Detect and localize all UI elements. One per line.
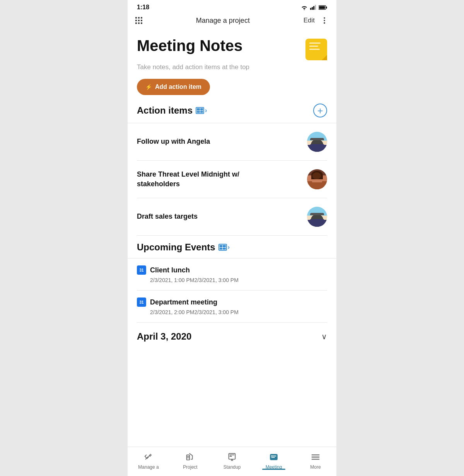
add-action-item-button[interactable]: ⚡ Add action item bbox=[137, 79, 210, 95]
avatar bbox=[307, 132, 327, 152]
lightning-icon: ⚡ bbox=[145, 84, 152, 90]
svg-rect-15 bbox=[271, 455, 273, 457]
action-items-chevron: › bbox=[205, 107, 207, 114]
status-bar: 1:18 bbox=[128, 0, 336, 13]
event-item[interactable]: 31 Client lunch 2/3/2021, 1:00 PM2/3/202… bbox=[137, 258, 327, 291]
page-title: Meeting Notes bbox=[137, 37, 242, 54]
project-icon bbox=[185, 452, 196, 462]
nav-label-standup: Standup bbox=[223, 464, 241, 470]
svg-point-10 bbox=[324, 22, 325, 24]
event-title-row: 31 Department meeting bbox=[137, 298, 327, 307]
top-bar-title: Manage a project bbox=[196, 17, 250, 25]
nav-item-more[interactable]: More bbox=[295, 452, 336, 470]
upcoming-events-section: Upcoming Events › bbox=[137, 242, 327, 323]
wifi-icon bbox=[301, 5, 308, 10]
page-subtitle: Take notes, add action items at the top bbox=[137, 63, 327, 71]
note-icon bbox=[305, 39, 327, 60]
wrench-ruler-icon bbox=[143, 452, 154, 462]
section-title-row: Action items › bbox=[137, 105, 207, 116]
upcoming-grid-icon[interactable]: › bbox=[218, 244, 230, 251]
date-section[interactable]: April 3, 2020 ∨ bbox=[137, 323, 327, 348]
upcoming-events-title: Upcoming Events bbox=[137, 242, 215, 253]
upcoming-events-header: Upcoming Events › bbox=[137, 242, 327, 258]
top-bar-actions: Edit bbox=[304, 16, 329, 25]
add-action-circle-button[interactable]: ＋ bbox=[313, 104, 327, 117]
svg-rect-6 bbox=[326, 6, 327, 8]
nav-label-more: More bbox=[310, 464, 321, 470]
svg-point-8 bbox=[324, 17, 325, 19]
svg-rect-1 bbox=[310, 8, 311, 10]
avatar bbox=[307, 169, 327, 189]
upcoming-chevron: › bbox=[228, 244, 230, 251]
svg-rect-13 bbox=[230, 456, 231, 457]
grid-icon[interactable] bbox=[135, 17, 142, 24]
battery-icon bbox=[319, 5, 327, 10]
meeting-icon bbox=[268, 452, 279, 462]
event-time: 2/3/2021, 1:00 PM2/3/2021, 3:00 PM bbox=[137, 277, 327, 283]
svg-rect-2 bbox=[312, 7, 313, 10]
nav-item-project[interactable]: Project bbox=[169, 452, 211, 470]
standup-icon bbox=[227, 452, 237, 462]
status-icons bbox=[301, 5, 327, 10]
event-title: Client lunch bbox=[150, 266, 190, 274]
bottom-nav: Manage a Project bbox=[128, 447, 336, 476]
action-items-header: Action items › ＋ bbox=[137, 104, 327, 123]
main-content: Meeting Notes Take notes, add action ite… bbox=[128, 29, 336, 447]
action-item-text: Share Threat Level Midnight w/ stakehold… bbox=[137, 170, 280, 189]
action-items-title: Action items bbox=[137, 105, 193, 116]
edit-button[interactable]: Edit bbox=[304, 17, 315, 24]
signal-icon bbox=[310, 5, 316, 10]
action-item[interactable]: Follow up with Angela bbox=[137, 123, 327, 161]
action-item-text: Follow up with Angela bbox=[137, 137, 280, 146]
calendar-icon: 31 bbox=[137, 298, 146, 307]
svg-rect-7 bbox=[319, 6, 325, 9]
event-title: Department meeting bbox=[150, 298, 217, 306]
svg-point-0 bbox=[304, 9, 305, 10]
nav-item-manage[interactable]: Manage a bbox=[128, 452, 169, 470]
avatar bbox=[307, 207, 327, 227]
action-items-grid-icon[interactable]: › bbox=[196, 107, 207, 114]
more-vertical-icon[interactable] bbox=[320, 16, 329, 25]
event-title-row: 31 Client lunch bbox=[137, 265, 327, 275]
nav-active-indicator bbox=[262, 469, 285, 470]
top-bar: Manage a project Edit bbox=[128, 13, 336, 29]
svg-point-9 bbox=[324, 20, 325, 21]
more-icon bbox=[310, 452, 321, 462]
event-time: 2/3/2021, 2:00 PM2/3/2021, 3:00 PM bbox=[137, 309, 327, 315]
phone-frame: 1:18 bbox=[128, 0, 336, 476]
nav-item-meeting[interactable]: Meeting bbox=[253, 452, 295, 470]
svg-rect-4 bbox=[315, 5, 316, 10]
status-time: 1:18 bbox=[137, 4, 149, 11]
nav-label-manage: Manage a bbox=[138, 464, 159, 470]
nav-label-project: Project bbox=[183, 464, 197, 470]
action-item[interactable]: Share Threat Level Midnight w/ stakehold… bbox=[137, 161, 327, 198]
date-title: April 3, 2020 bbox=[137, 331, 191, 342]
chevron-down-icon: ∨ bbox=[321, 332, 327, 341]
action-item-text: Draft sales targets bbox=[137, 212, 280, 221]
page-header: Meeting Notes bbox=[137, 37, 327, 60]
add-action-label: Add action item bbox=[155, 83, 201, 90]
upcoming-title-row: Upcoming Events › bbox=[137, 242, 230, 253]
event-item[interactable]: 31 Department meeting 2/3/2021, 2:00 PM2… bbox=[137, 291, 327, 323]
action-item[interactable]: Draft sales targets bbox=[137, 198, 327, 236]
nav-item-standup[interactable]: Standup bbox=[211, 452, 253, 470]
calendar-icon: 31 bbox=[137, 265, 146, 275]
svg-rect-3 bbox=[313, 6, 314, 10]
